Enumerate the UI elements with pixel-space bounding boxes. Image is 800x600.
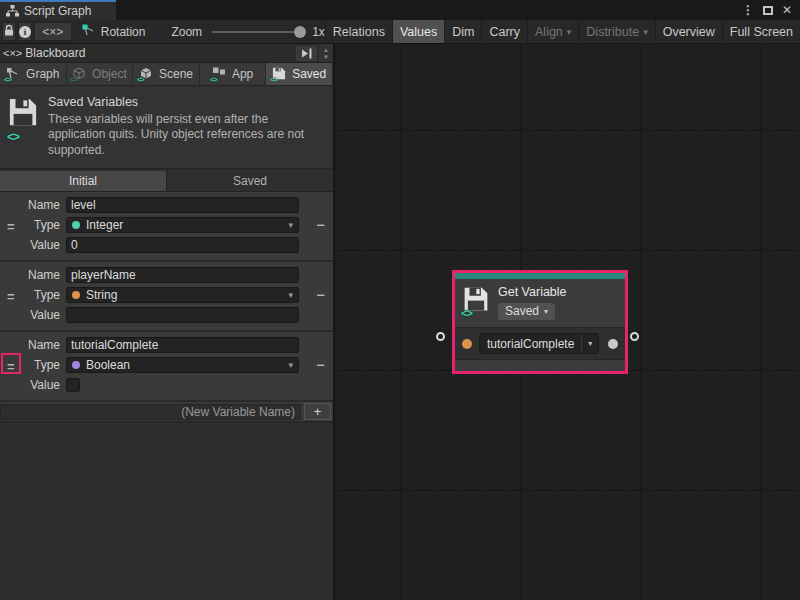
script-graph-window: Script Graph ⋮ ✕ i <×> Rotation Zoom: [0, 0, 800, 600]
maximize-icon[interactable]: [763, 6, 773, 15]
scroll-down-icon[interactable]: ▼: [323, 54, 329, 60]
new-variable-row: +: [0, 402, 333, 423]
angle-brackets-icon: <×>: [42, 25, 63, 39]
zoom-label: Zoom: [171, 25, 202, 39]
name-label: Name: [0, 198, 66, 212]
zoom-value: 1x: [312, 25, 325, 39]
info-description: These variables will persist even after …: [48, 112, 310, 158]
dim-toggle[interactable]: Dim: [444, 20, 481, 43]
distribute-menu[interactable]: Distribute▾: [578, 20, 654, 43]
chevron-down-icon: ▾: [288, 290, 293, 300]
subtab-saved[interactable]: Saved: [166, 171, 333, 191]
title-bar: Script Graph ⋮ ✕: [0, 0, 800, 20]
tab-object[interactable]: <> Object: [67, 63, 134, 85]
value-label: Value: [0, 238, 66, 252]
get-variable-node[interactable]: <> Get Variable Saved ▾ tutorialComplete: [452, 270, 628, 374]
scroll-up-icon[interactable]: ▲: [323, 47, 329, 53]
graph-canvas[interactable]: <> Get Variable Saved ▾ tutorialComplete: [335, 44, 800, 600]
zoom-control: Zoom 1x: [171, 25, 324, 39]
node-header: <> Get Variable Saved ▾: [455, 279, 625, 327]
remove-variable-button[interactable]: −: [316, 217, 325, 232]
lock-button[interactable]: [2, 22, 16, 41]
variable-name-input[interactable]: [66, 197, 299, 213]
variable-type-dropdown[interactable]: Integer ▾: [66, 217, 299, 233]
app-grid-icon: <>: [212, 67, 227, 81]
saved-variables-info: <> Saved Variables These variables will …: [0, 86, 333, 169]
node-title: Get Variable: [498, 285, 567, 299]
window-menu-icon[interactable]: ⋮: [742, 3, 754, 17]
new-variable-name-input[interactable]: [0, 404, 301, 420]
variable-name-input[interactable]: [66, 267, 299, 283]
tab-saved[interactable]: <> Saved: [266, 63, 333, 85]
graph-toolbar: i <×> Rotation Zoom 1x Relations Values …: [0, 20, 800, 44]
rotation-icon: [82, 24, 95, 40]
drag-handle-icon[interactable]: =: [7, 359, 15, 374]
variable-row-playername: = Name Type String ▾ Value: [0, 262, 333, 332]
variable-name-port[interactable]: [462, 339, 472, 349]
tab-app[interactable]: <> App: [200, 63, 267, 85]
info-title: Saved Variables: [48, 95, 325, 109]
variable-name-input[interactable]: [66, 337, 299, 353]
value-mode-tabs: Initial Saved: [0, 171, 333, 192]
floppy-disk-icon: <>: [8, 97, 38, 158]
tab-script-graph[interactable]: Script Graph: [0, 0, 116, 20]
inspect-button[interactable]: i: [18, 22, 32, 41]
floppy-disk-icon: <>: [272, 67, 287, 81]
variable-value-checkbox[interactable]: [66, 378, 80, 392]
blackboard-panel: <×> Blackboard ▲ ▼ <> Graph: [0, 44, 335, 600]
carry-toggle[interactable]: Carry: [481, 20, 527, 43]
full-screen-button[interactable]: Full Screen: [722, 20, 800, 43]
graph-icon: <>: [6, 67, 21, 81]
zoom-slider-knob[interactable]: [294, 26, 306, 38]
graph-tree-icon: [6, 5, 19, 17]
dock-panel-icon[interactable]: [296, 46, 317, 61]
window-controls: ⋮ ✕: [742, 0, 800, 20]
variable-type-dropdown[interactable]: String ▾: [66, 287, 299, 303]
variable-type-dropdown[interactable]: Boolean ▾: [66, 357, 299, 373]
overview-button[interactable]: Overview: [655, 20, 722, 43]
relations-toggle[interactable]: Relations: [325, 20, 392, 43]
window-tab-title: Script Graph: [24, 4, 91, 18]
drag-handle-icon[interactable]: =: [7, 219, 15, 234]
variable-row-tutorialcomplete: = Name Type Boolean ▾ Value: [0, 332, 333, 402]
rotation-control[interactable]: Rotation: [82, 24, 146, 40]
panel-scroll-arrows[interactable]: ▲ ▼: [319, 44, 333, 62]
drag-handle-icon[interactable]: =: [7, 289, 15, 304]
zoom-slider[interactable]: [212, 31, 302, 33]
node-ports-row: tutorialComplete ▾: [455, 327, 625, 360]
chevron-down-icon: ▾: [643, 27, 648, 37]
string-type-dot: [72, 291, 80, 299]
blackboard-empty-area: [0, 423, 333, 600]
add-variable-button[interactable]: +: [304, 403, 331, 420]
value-output-port[interactable]: [608, 339, 618, 349]
blackboard-header: <×> Blackboard ▲ ▼: [0, 44, 333, 63]
code-preview-button[interactable]: <×>: [34, 22, 72, 41]
rotation-label: Rotation: [101, 25, 146, 39]
boolean-type-dot: [72, 361, 80, 369]
tab-graph[interactable]: <> Graph: [0, 63, 67, 85]
node-output-port[interactable]: [630, 332, 639, 341]
align-menu[interactable]: Align▾: [527, 20, 578, 43]
node-input-port[interactable]: [436, 332, 445, 341]
lock-icon: [3, 24, 15, 40]
variable-name-dropdown[interactable]: tutorialComplete ▾: [479, 333, 599, 354]
remove-variable-button[interactable]: −: [316, 287, 325, 302]
variable-value-input[interactable]: [66, 307, 299, 323]
info-icon: i: [19, 26, 31, 38]
variable-row-level: = Name Type Integer ▾ Value: [0, 192, 333, 262]
blackboard-title: Blackboard: [25, 46, 85, 60]
node-footer: [455, 360, 625, 371]
cube-icon: <>: [72, 67, 87, 81]
chevron-down-icon: ▾: [544, 307, 548, 316]
tab-scene[interactable]: <> Scene: [133, 63, 200, 85]
integer-type-dot: [72, 221, 80, 229]
close-icon[interactable]: ✕: [782, 3, 792, 17]
variable-scope-dropdown[interactable]: Saved ▾: [498, 303, 555, 320]
values-toggle[interactable]: Values: [392, 20, 444, 43]
subtab-initial[interactable]: Initial: [0, 171, 166, 191]
value-label: Value: [0, 378, 66, 392]
chevron-down-icon: ▾: [288, 360, 293, 370]
variable-value-input[interactable]: [66, 237, 299, 253]
scene-icon: <>: [139, 67, 154, 81]
remove-variable-button[interactable]: −: [316, 357, 325, 372]
